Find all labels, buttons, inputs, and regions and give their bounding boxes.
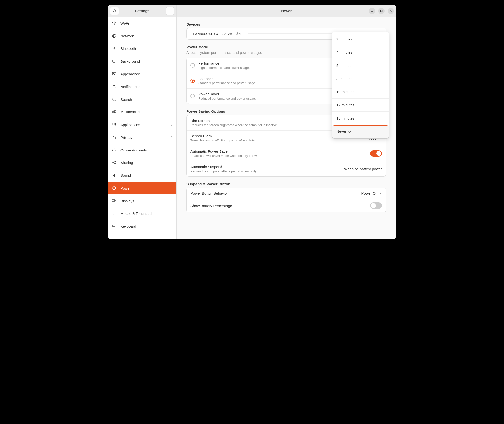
close-button[interactable] [388,8,394,14]
popover-item-label: 8 minutes [336,77,352,81]
popover-item-label: 4 minutes [336,50,352,54]
minimize-icon [371,10,373,12]
sound-icon [112,173,116,178]
sbp-title: Show Battery Percentage [190,204,232,208]
svg-point-20 [115,123,116,124]
popover-item-never[interactable]: Never [332,125,389,138]
blank-title: Screen Blank [190,134,255,138]
svg-line-32 [114,163,115,163]
svg-rect-36 [114,200,116,202]
sidebar-item-network[interactable]: Network [108,30,176,42]
svg-point-26 [115,126,116,126]
sidebar-item-label: Wi-Fi [120,21,129,25]
suspend-button-title: Suspend & Power Button [186,182,386,186]
sidebar-item-privacy[interactable]: Privacy [108,131,176,144]
sidebar-item-search[interactable]: Search [108,93,176,106]
display-icon [112,59,116,63]
sidebar-item-appearance[interactable]: Appearance [108,68,176,80]
lock-icon [112,135,116,140]
page-title: Power [281,9,292,13]
pbb-title: Power Button Behavior [190,191,228,195]
popover-item-5-minutes[interactable]: 5 minutes [332,59,389,72]
check-icon [348,130,352,133]
main-header: Power [177,5,396,17]
aps-toggle[interactable] [370,150,382,157]
suspend-button-card: Power Button Behavior Power Off Show Bat… [186,188,386,212]
popover-item-12-minutes[interactable]: 12 minutes [332,99,389,112]
sidebar-item-multitasking[interactable]: Multitasking [108,106,176,118]
show-battery-pct-row: Show Battery Percentage [187,199,386,212]
sidebar-item-label: Keyboard [120,224,136,228]
popover-item-10-minutes[interactable]: 10 minutes [332,85,389,99]
power-button-behavior-row[interactable]: Power Button Behavior Power Off [187,188,386,199]
sidebar-item-sharing[interactable]: Sharing [108,156,176,169]
popover-item-label: Never [336,129,346,133]
sidebar-item-displays[interactable]: Displays [108,194,176,207]
mouse-icon [112,211,116,216]
sidebar-item-notifications[interactable]: Notifications [108,80,176,93]
search-icon [113,9,116,13]
popover-item-label: 3 minutes [336,37,352,41]
svg-line-31 [114,162,115,162]
pbb-value-select[interactable]: Power Off [361,191,382,195]
sidebar: Settings Wi-FiNetworkBluetoothBackground… [108,5,177,239]
popover-item-15-minutes[interactable]: 15 minutes [332,112,389,125]
svg-point-14 [113,98,115,100]
bell-icon [112,84,116,89]
popover-item-8-minutes[interactable]: 8 minutes [332,72,389,85]
sidebar-item-applications[interactable]: Applications [108,118,176,131]
radio-performance[interactable] [190,63,195,68]
sidebar-item-power[interactable]: Power [108,182,176,194]
popover-item-label: 15 minutes [336,116,354,120]
svg-point-21 [113,124,113,125]
svg-point-24 [113,126,113,126]
device-pct: 0% [236,31,241,36]
sidebar-item-mouse-touchpad[interactable]: Mouse & Touchpad [108,207,176,220]
aps-desc: Enables power saver mode when battery is… [190,154,258,158]
sidebar-item-keyboard[interactable]: Keyboard [108,220,176,232]
aps-title: Automatic Power Saver [190,149,258,153]
cloud-icon [112,148,116,152]
sidebar-item-online-accounts[interactable]: Online Accounts [108,144,176,156]
svg-point-5 [114,24,114,25]
hamburger-button[interactable] [166,7,174,15]
popover-item-label: 5 minutes [336,63,352,68]
suspend-desc: Pauses the computer after a period of in… [190,169,257,173]
sbp-toggle[interactable] [370,202,382,209]
search-button[interactable] [110,7,119,15]
performance-label: Performance [198,61,250,65]
radio-saver[interactable] [190,94,195,98]
sidebar-item-label: Background [120,59,140,63]
suspend-title: Automatic Suspend [190,165,257,169]
popover-item-label: 10 minutes [336,90,354,94]
sidebar-title: Settings [121,9,164,13]
popover-item-4-minutes[interactable]: 4 minutes [332,46,389,59]
hamburger-icon [168,9,172,13]
minimize-button[interactable] [369,8,375,14]
svg-point-30 [115,163,116,164]
auto-suspend-row[interactable]: Automatic Suspend Pauses the computer af… [187,161,386,176]
globe-icon [112,34,116,38]
maximize-button[interactable] [378,8,385,14]
balanced-desc: Standard performance and power usage. [198,81,256,85]
svg-point-18 [113,123,113,124]
sidebar-item-label: Multitasking [120,110,140,114]
svg-line-1 [115,12,116,13]
sidebar-item-label: Mouse & Touchpad [120,212,152,216]
svg-point-0 [113,10,116,12]
sidebar-item-bluetooth[interactable]: Bluetooth [108,42,176,55]
sidebar-item-label: Sharing [120,161,133,165]
sidebar-item-label: Search [120,97,132,101]
suspend-value: When on battery power [344,167,382,171]
svg-rect-27 [113,137,115,139]
apps-icon [112,122,116,127]
radio-balanced[interactable] [190,79,195,83]
sidebar-item-wi-fi[interactable]: Wi-Fi [108,17,176,30]
sidebar-item-label: Sound [120,173,131,177]
sidebar-item-label: Notifications [120,85,140,89]
sidebar-item-sound[interactable]: Sound [108,169,176,182]
popover-item-3-minutes[interactable]: 3 minutes [332,33,389,46]
svg-rect-9 [112,60,116,62]
sidebar-item-label: Applications [120,123,140,127]
sidebar-item-background[interactable]: Background [108,55,176,68]
